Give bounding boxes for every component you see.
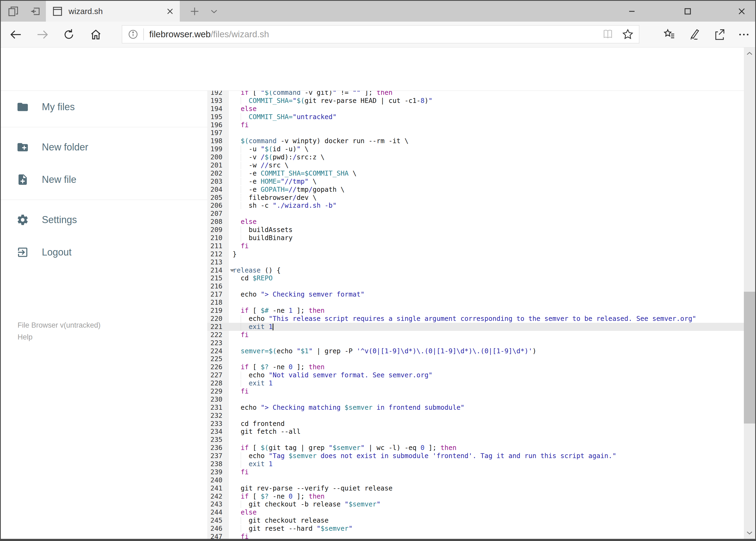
forward-button[interactable] bbox=[33, 22, 52, 47]
code-line[interactable]: 237 echo "Tag $semver does not exist in … bbox=[207, 452, 744, 460]
close-window-button[interactable] bbox=[730, 1, 754, 22]
code-text: git rev-parse --verify --quiet release bbox=[229, 484, 392, 492]
code-line[interactable]: 218 bbox=[207, 298, 744, 306]
code-line[interactable]: 224 semver=$(echo "$1" | grep -P '^v(0|[… bbox=[207, 347, 744, 355]
favorite-star-icon[interactable] bbox=[622, 28, 634, 41]
code-line[interactable]: 214release () { bbox=[207, 266, 744, 274]
code-line[interactable]: 247 fi bbox=[207, 533, 744, 539]
code-line[interactable]: 226 if [ $? -ne 0 ]; then bbox=[207, 363, 744, 371]
code-line[interactable]: 242 if [ $? -ne 0 ]; then bbox=[207, 492, 744, 500]
set-tabs-aside-button[interactable] bbox=[28, 1, 43, 22]
code-line[interactable]: 246 git reset --hard "$semver" bbox=[207, 525, 744, 533]
code-text: -v /$(pwd):/src:z \ bbox=[229, 153, 325, 161]
hub-favorites-icon[interactable] bbox=[663, 28, 676, 41]
help-link[interactable]: Help bbox=[18, 331, 101, 343]
code-line[interactable]: 231 echo "> Checking matching $semver in… bbox=[207, 403, 744, 412]
code-text: -e HOME="//tmp" \ bbox=[229, 178, 317, 186]
code-line[interactable]: 207 bbox=[207, 210, 744, 218]
code-line[interactable]: 200 -v /$(pwd):/src:z \ bbox=[207, 153, 744, 161]
code-line[interactable]: 223 bbox=[207, 339, 744, 347]
new-tab-button[interactable] bbox=[187, 1, 202, 22]
code-line[interactable]: 244 else bbox=[207, 508, 744, 516]
code-line[interactable]: 206 sh -c "./wizard.sh -b" bbox=[207, 202, 744, 210]
code-line[interactable]: 204 -e GOPATH=//tmp/gopath \ bbox=[207, 186, 744, 194]
code-line[interactable]: 193 COMMIT_SHA="$(git rev-parse HEAD | c… bbox=[207, 97, 744, 105]
code-line[interactable]: 192 if [ "$(command -v git)" != "" ]; th… bbox=[207, 91, 744, 97]
code-text: COMMIT_SHA="untracked" bbox=[229, 113, 337, 121]
code-line[interactable]: 203 -e HOME="//tmp" \ bbox=[207, 178, 744, 186]
site-info-icon[interactable] bbox=[127, 28, 139, 40]
code-line[interactable]: 241 git rev-parse --verify --quiet relea… bbox=[207, 484, 744, 492]
code-line[interactable]: 232 bbox=[207, 412, 744, 420]
maximize-button[interactable] bbox=[675, 1, 700, 22]
code-line[interactable]: 240 bbox=[207, 476, 744, 484]
code-line[interactable]: 238 exit 1 bbox=[207, 460, 744, 468]
line-number: 238 bbox=[207, 460, 229, 468]
code-line[interactable]: 210 buildBinary bbox=[207, 234, 744, 242]
code-line[interactable]: 233 cd frontend bbox=[207, 420, 744, 428]
minimize-button[interactable] bbox=[620, 1, 644, 22]
code-line[interactable]: 198 $(command -v winpty) docker run --rm… bbox=[207, 137, 744, 145]
reading-view-icon[interactable] bbox=[602, 28, 614, 41]
code-line[interactable]: 208 else bbox=[207, 218, 744, 226]
code-line[interactable]: 205 filebrowser/dev \ bbox=[207, 194, 744, 202]
more-options-icon[interactable] bbox=[737, 28, 750, 41]
sidebar-item-settings[interactable]: Settings bbox=[1, 204, 207, 236]
code-line[interactable]: 243 git checkout -b release "$semver" bbox=[207, 500, 744, 508]
code-line[interactable]: 220 echo "This release script requires a… bbox=[207, 315, 744, 323]
code-text: if [ "$(command -v git)" != "" ]; then bbox=[229, 91, 392, 97]
web-notes-pen-icon[interactable] bbox=[688, 28, 701, 41]
code-line[interactable]: 234 git fetch --all bbox=[207, 427, 744, 436]
scrollbar-thumb[interactable] bbox=[744, 292, 755, 423]
code-line[interactable]: 230 bbox=[207, 395, 744, 403]
code-line[interactable]: 215 cd $REPO bbox=[207, 274, 744, 282]
code-line[interactable]: 219 if [ $# -ne 1 ]; then bbox=[207, 306, 744, 315]
code-line[interactable]: 221 exit 1 bbox=[207, 323, 744, 331]
code-line[interactable]: 222 fi bbox=[207, 331, 744, 339]
code-editor[interactable]: 192 if [ "$(command -v git)" != "" ]; th… bbox=[207, 91, 744, 539]
code-line[interactable]: 212} bbox=[207, 250, 744, 258]
address-bar[interactable]: filebrowser.web/files/wizard.sh bbox=[122, 25, 639, 44]
code-line[interactable]: 195 COMMIT_SHA="untracked" bbox=[207, 113, 744, 121]
tab-list-button[interactable] bbox=[206, 1, 222, 22]
close-tab-icon[interactable] bbox=[166, 7, 174, 16]
code-line[interactable]: 216 bbox=[207, 282, 744, 290]
code-line[interactable]: 196 fi bbox=[207, 121, 744, 129]
sidebar-item-new-folder[interactable]: New folder bbox=[1, 131, 207, 164]
code-line[interactable]: 225 bbox=[207, 355, 744, 363]
sidebar-item-my-files[interactable]: My files bbox=[1, 91, 207, 123]
sidebar-item-new-file[interactable]: New file bbox=[1, 164, 207, 196]
vertical-scrollbar[interactable] bbox=[744, 48, 755, 539]
code-text: if [ $(git tag | grep "$semver" | wc -l)… bbox=[229, 444, 456, 452]
code-line[interactable]: 217 echo "> Checking semver format" bbox=[207, 290, 744, 298]
browser-tab-wizard[interactable]: wizard.sh bbox=[46, 1, 180, 22]
code-line[interactable]: 245 git checkout release bbox=[207, 516, 744, 525]
code-line[interactable]: 228 exit 1 bbox=[207, 379, 744, 387]
scroll-down-button[interactable] bbox=[744, 527, 755, 539]
code-text: if [ $# -ne 1 ]; then bbox=[229, 306, 325, 315]
fold-marker-icon[interactable] bbox=[230, 269, 234, 272]
home-button[interactable] bbox=[86, 22, 106, 47]
code-line[interactable]: 209 buildAssets bbox=[207, 226, 744, 234]
code-line[interactable]: 194 else bbox=[207, 105, 744, 113]
refresh-button[interactable] bbox=[59, 22, 79, 47]
code-line[interactable]: 213 bbox=[207, 258, 744, 266]
code-line[interactable]: 202 -e COMMIT_SHA=$COMMIT_SHA \ bbox=[207, 169, 744, 178]
code-line[interactable]: 197 bbox=[207, 129, 744, 137]
sidebar-item-logout[interactable]: Logout bbox=[1, 236, 207, 269]
sidebar-item-label: My files bbox=[42, 101, 75, 113]
code-line[interactable]: 211 fi bbox=[207, 242, 744, 250]
code-line[interactable]: 229 fi bbox=[207, 387, 744, 395]
code-line[interactable]: 227 echo "Not valid semver format. See s… bbox=[207, 371, 744, 379]
code-line[interactable]: 235 bbox=[207, 436, 744, 444]
tab-preview-button[interactable] bbox=[6, 1, 21, 22]
code-line[interactable]: 236 if [ $(git tag | grep "$semver" | wc… bbox=[207, 444, 744, 452]
share-icon[interactable] bbox=[712, 28, 725, 41]
back-button[interactable] bbox=[6, 22, 26, 47]
code-line[interactable]: 239 fi bbox=[207, 468, 744, 476]
code-line[interactable]: 199 -u "$(id -u)" \ bbox=[207, 145, 744, 153]
code-line[interactable]: 201 -w //src \ bbox=[207, 161, 744, 169]
indent-guide bbox=[241, 97, 241, 104]
scroll-up-button[interactable] bbox=[744, 48, 755, 59]
code-lines: 192 if [ "$(command -v git)" != "" ]; th… bbox=[207, 91, 744, 539]
